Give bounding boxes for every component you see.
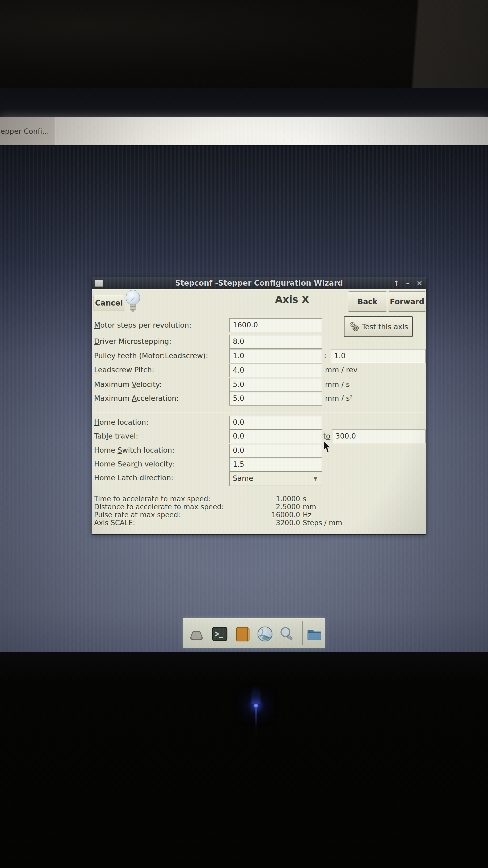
field-label: Home Search velocity: — [94, 460, 174, 469]
dock-divider — [302, 621, 303, 645]
home-latch-direction-select[interactable]: Same ▼ — [229, 471, 322, 486]
home-switch-location-input[interactable]: 0.0 — [229, 444, 322, 458]
field-label: Pulley teeth (Motor:Leadscrew): — [94, 351, 208, 360]
mouse-cursor — [323, 441, 332, 453]
chevron-down-icon: ▼ — [313, 475, 317, 482]
summary-value: 2.5000 — [229, 503, 300, 511]
dock — [183, 618, 325, 648]
unit-label: mm / s — [325, 380, 350, 389]
test-this-axis-label: Test this axis — [362, 322, 408, 331]
max-acceleration-input[interactable]: 5.0 — [229, 392, 322, 406]
pulley-colon-label: : — [324, 351, 326, 360]
field-label: Maximum Acceleration: — [94, 394, 179, 403]
forward-button[interactable]: Forward — [388, 291, 426, 312]
window-title: Stepconf -Stepper Configuration Wizard — [92, 277, 426, 289]
summary-unit: Steps / mm — [303, 519, 343, 527]
field-label: Motor steps per revolution: — [94, 321, 191, 330]
summary-unit: s — [303, 495, 306, 503]
gears-icon — [349, 321, 360, 332]
monitor-bezel — [0, 652, 488, 868]
window-titlebar[interactable]: Stepconf -Stepper Configuration Wizard ↑… — [92, 277, 426, 289]
leadscrew-pitch-input[interactable]: 4.0 — [229, 364, 322, 377]
summary-unit: mm — [303, 503, 316, 511]
cancel-button[interactable]: Cancel — [94, 295, 124, 311]
summary-label: Axis SCALE: — [94, 519, 135, 527]
taskbar-window-label: epper Confi... — [0, 127, 49, 135]
web-browser-icon[interactable] — [256, 625, 274, 643]
show-desktop-icon[interactable] — [188, 625, 205, 643]
room-background — [0, 0, 488, 88]
table-travel-min-input[interactable]: 0.0 — [229, 430, 322, 443]
maximize-icon[interactable]: ↑ — [393, 279, 399, 287]
field-label: Driver Microstepping: — [94, 337, 171, 346]
pulley-teeth-motor-input[interactable]: 1.0 — [229, 349, 322, 363]
unit-label: mm / rev — [325, 365, 357, 374]
field-label: Home Switch location: — [94, 446, 174, 455]
lightbulb-image — [124, 289, 141, 315]
close-icon[interactable]: ✕ — [417, 279, 422, 287]
max-velocity-input[interactable]: 5.0 — [229, 378, 322, 392]
summary-label: Time to accelerate to max speed: — [94, 495, 210, 503]
field-label: Table travel: — [94, 432, 138, 441]
screen-top-dark-band — [0, 88, 488, 117]
text-editor-icon[interactable] — [234, 625, 252, 643]
summary-value: 1.0000 — [229, 495, 300, 503]
summary-label: Pulse rate at max speed: — [94, 511, 180, 519]
summary-unit: Hz — [303, 511, 312, 519]
separator — [93, 412, 424, 412]
terminal-icon[interactable] — [211, 625, 229, 643]
taskbar-window-button[interactable]: epper Confi... — [0, 117, 55, 145]
home-search-velocity-input[interactable]: 1.5 — [229, 458, 322, 471]
home-location-input[interactable]: 0.0 — [229, 416, 322, 430]
minimize-icon[interactable]: ▬ — [406, 281, 410, 285]
summary-label: Distance to accelerate to max speed: — [94, 503, 224, 511]
stepconf-window: Stepconf -Stepper Configuration Wizard ↑… — [92, 277, 426, 534]
field-label: Maximum Velocity: — [94, 380, 162, 389]
monitor-photo: epper Confi... Stepconf -Stepper Configu… — [0, 0, 488, 868]
field-label: Home Latch direction: — [94, 473, 173, 483]
table-travel-to-label: to — [323, 432, 330, 441]
unit-label: mm / s² — [325, 394, 353, 403]
separator — [93, 494, 424, 494]
file-manager-icon[interactable] — [306, 625, 323, 643]
search-icon[interactable] — [278, 625, 296, 643]
motor-steps-input[interactable]: 1600.0 — [229, 318, 322, 332]
power-led — [254, 704, 258, 707]
test-this-axis-button[interactable]: Test this axis — [344, 316, 413, 337]
back-button[interactable]: Back — [348, 291, 387, 312]
pulley-teeth-leadscrew-input[interactable]: 1.0 — [331, 349, 426, 363]
page-title: Axis X — [275, 294, 310, 305]
taskbar: epper Confi... — [0, 117, 488, 145]
table-travel-max-input[interactable]: 300.0 — [332, 430, 426, 443]
field-label: Leadscrew Pitch: — [94, 365, 154, 374]
field-label: Home location: — [94, 418, 149, 427]
microstepping-input[interactable]: 8.0 — [229, 335, 322, 349]
summary-value: 16000.0 — [229, 511, 300, 519]
summary-value: 3200.0 — [229, 519, 300, 527]
